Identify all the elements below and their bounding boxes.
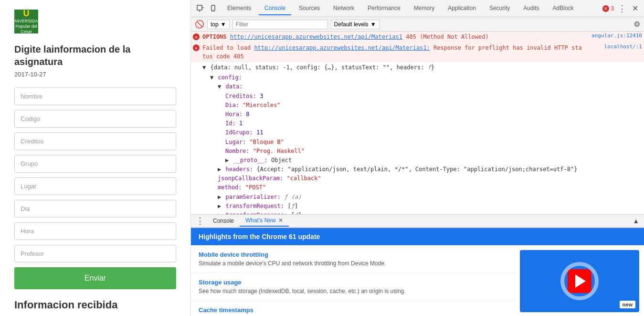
tab-network[interactable]: Network [327, 2, 360, 15]
whatsnew-thumbnail: new [520, 250, 639, 312]
logo-bar: U UNIVERSIDAD Popular del Cesar [14, 10, 176, 33]
tree-lugar-row: Lugar: "Bloque B" [201, 138, 642, 147]
bottom-tab-expand-btn[interactable]: ▲ [630, 217, 642, 225]
device-toolbar-btn[interactable] [208, 3, 220, 14]
tab-elements[interactable]: Elements [222, 2, 257, 15]
tree-root-row: ▼ {data: null, status: -1, config: {…}, … [201, 63, 642, 72]
console-toolbar: 🚫 top ▼ Default levels ▼ ⚙ [191, 17, 644, 32]
tree-data-proto-row: ▶ __proto__: Object [201, 156, 642, 165]
console-levels-label: Default levels [334, 21, 369, 28]
tab-security[interactable]: Security [484, 2, 516, 15]
svg-rect-0 [197, 5, 202, 10]
hora-input[interactable] [14, 222, 176, 240]
console-context-label: top [211, 21, 219, 28]
logo-line2: Popular del Cesar [11, 24, 41, 34]
logo-box: U UNIVERSIDAD Popular del Cesar [14, 10, 38, 33]
logo-u-letter: U [11, 9, 41, 19]
error-method-1: OPTIONS [202, 33, 227, 40]
whatsnew-header: Highlights from the Chrome 61 update [191, 228, 644, 245]
tree-transformresponse-row: ▶ transformResponse: [ƒ] [201, 211, 642, 214]
tree-id-row: Id: 1 [201, 119, 642, 128]
whatsnew-item-2-desc: See how much storage (IndexedDB, local, … [199, 288, 507, 294]
creditos-input[interactable] [14, 132, 176, 150]
bottom-tabs-more-btn[interactable]: ⋮ [193, 216, 207, 226]
tab-audits[interactable]: Audits [517, 2, 545, 15]
whatsnew-item-1-title[interactable]: Mobile device throttling [199, 251, 507, 258]
tab-console[interactable]: Console [259, 2, 291, 15]
tree-root-arrow[interactable]: ▼ [202, 64, 206, 71]
console-levels-icon: ▼ [370, 21, 376, 28]
tree-config-row: ▼ config: [201, 73, 642, 82]
error-count-circle: ✕ [602, 5, 609, 12]
tree-nombre-row: Nombre: "Prog. Haskell" [201, 147, 642, 156]
tree-hora-row: Hora: 8 [201, 110, 642, 119]
error-status-1: 405 (Method Not Allowed) [406, 33, 488, 40]
tree-headers-row: ▶ headers: {Accept: "application/json, t… [201, 165, 642, 174]
tab-adblock[interactable]: AdBlock [547, 2, 580, 15]
devtools-toolbar: Elements Console Sources Network Perform… [191, 0, 644, 17]
tab-application[interactable]: Application [442, 2, 482, 15]
whatsnew-item-2: Storage usage See how much storage (Inde… [191, 273, 515, 301]
console-settings-btn[interactable]: ⚙ [633, 20, 640, 29]
tree-creditos-row: Creditos: 3 [201, 92, 642, 101]
whatsnew-items-list: Mobile device throttling Simulate a mobi… [191, 245, 515, 316]
yt-circle-decoration [560, 262, 599, 300]
yt-new-badge: new [620, 301, 635, 308]
error-source-2[interactable]: localhost/:1 [585, 44, 642, 50]
logo-line1: UNIVERSIDAD [11, 19, 41, 24]
error-row-1-content: OPTIONS http://unicesarapp.azurewebsites… [202, 33, 585, 41]
error-row-2-content: Failed to load http://unicesarapp.azurew… [202, 44, 585, 61]
tree-dia-row: Dia: "Miercoles" [201, 101, 642, 110]
devtools-close-btn[interactable]: ✕ [630, 4, 640, 13]
tree-transformrequest-row: ▶ transformRequest: [ƒ] [201, 202, 642, 211]
tree-data-row: ▼ data: [201, 82, 642, 91]
inspect-element-btn[interactable] [195, 3, 206, 14]
console-context-select[interactable]: top ▼ [207, 20, 230, 29]
whatsnew-item-3: Cache timestamps View when a service wor… [191, 301, 515, 316]
whatsnew-content: Mobile device throttling Simulate a mobi… [191, 245, 644, 316]
console-clear-btn[interactable]: 🚫 [195, 20, 204, 29]
tab-memory[interactable]: Memory [408, 2, 440, 15]
tab-sources[interactable]: Sources [293, 2, 326, 15]
bottom-tabs-bar: ⋮ Console What's New ✕ ▲ [191, 214, 644, 228]
whatsnew-item-1-desc: Simulate a mobile device's CPU and netwo… [199, 260, 507, 267]
tab-performance[interactable]: Performance [362, 2, 406, 15]
section-title: Informacion recibida [14, 299, 176, 311]
console-error-row-2: ✕ Failed to load http://unicesarapp.azur… [191, 43, 644, 62]
console-context-dropdown-icon: ▼ [221, 21, 226, 28]
error-url-1[interactable]: http://unicesarapp.azurewebsites.net/api… [230, 33, 402, 40]
whatsnew-item-1: Mobile device throttling Simulate a mobi… [191, 245, 515, 273]
bottom-tab-whatsnew-close[interactable]: ✕ [278, 217, 283, 224]
nombre-input[interactable] [14, 87, 176, 105]
console-levels-btn[interactable]: Default levels ▼ [331, 20, 380, 29]
left-panel: U UNIVERSIDAD Popular del Cesar Digite l… [0, 0, 191, 316]
dia-input[interactable] [14, 200, 176, 218]
tree-method-row: method: "POST" [201, 183, 642, 192]
object-tree: ▼ {data: null, status: -1, config: {…}, … [191, 62, 644, 214]
grupo-input[interactable] [14, 155, 176, 173]
whatsnew-item-3-title[interactable]: Cache timestamps [199, 306, 507, 314]
profesor-input[interactable] [14, 245, 176, 262]
console-output: ✕ OPTIONS http://unicesarapp.azurewebsit… [191, 32, 644, 214]
page-title: Digite lainformacion de la asignatura [14, 43, 176, 68]
error-msg-2: Failed to load [202, 44, 254, 51]
enviar-button[interactable]: Enviar [14, 267, 176, 289]
console-error-row-1: ✕ OPTIONS http://unicesarapp.azurewebsit… [191, 32, 644, 43]
error-icon-1: ✕ [193, 33, 201, 40]
error-source-1[interactable]: angular.js:12410 [585, 33, 642, 39]
error-url-2[interactable]: http://unicesarapp.azurewebsites.net/api… [254, 44, 430, 51]
lugar-input[interactable] [14, 177, 176, 195]
codigo-input[interactable] [14, 110, 176, 128]
error-icon-2: ✕ [193, 44, 201, 51]
console-filter-input[interactable] [232, 20, 328, 29]
error-count: 3 [611, 5, 614, 12]
devtools-more-btn[interactable]: ⋮ [616, 3, 628, 14]
tree-idgrupo-row: IdGrupo: 11 [201, 128, 642, 137]
error-badge: ✕ 3 [602, 5, 614, 12]
whatsnew-item-2-title[interactable]: Storage usage [199, 279, 507, 286]
tree-jsonp-row: jsonpCallbackParam: "callback" [201, 174, 642, 183]
bottom-tab-whatsnew-label: What's New [245, 217, 276, 224]
bottom-tab-console[interactable]: Console [207, 216, 240, 226]
devtools-panel: Elements Console Sources Network Perform… [191, 0, 644, 316]
bottom-tab-whatsnew[interactable]: What's New ✕ [240, 215, 289, 227]
